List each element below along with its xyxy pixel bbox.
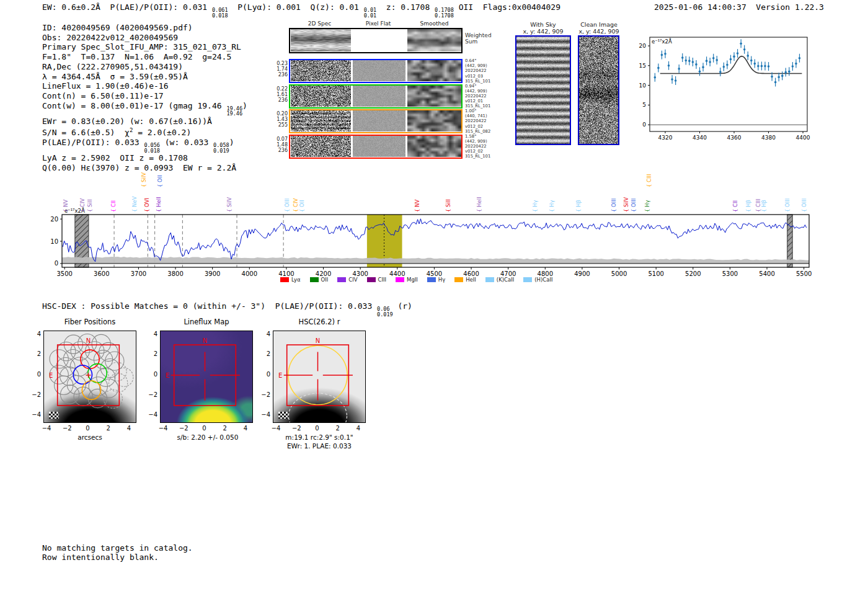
map-x-tick-label: 2: [219, 425, 231, 432]
data-point: [688, 60, 691, 62]
emission-line-label: { SiIV: [623, 197, 629, 212]
emission-line-label: { OIII: [801, 198, 807, 212]
data-point: [712, 57, 715, 60]
stacked-fraction: 0.0580.019: [213, 143, 229, 153]
col-header-smoothed: Smoothed: [407, 20, 462, 27]
cutout-row-right-label: 0.94" (442, 909) 20220422 v012_01 315_RL…: [465, 84, 502, 109]
legend-swatch: [280, 277, 289, 282]
x-tick-label: 4320: [658, 135, 673, 141]
y-tick-label: 10: [639, 82, 647, 89]
text-segment: LineFlux = 1.90(±0.46)e-16: [42, 81, 169, 91]
stacked-fraction: 0.0560.018: [144, 143, 160, 153]
legend-label: OII: [321, 277, 329, 283]
hsc-xlabel-1: m:19.1 rc:2.9" s:0.1": [260, 433, 378, 441]
x-tick-label: 3900: [205, 270, 220, 277]
flat-image: [353, 136, 405, 157]
legend-item: CIV: [337, 277, 357, 283]
emission-line-label: { OVI: [144, 198, 150, 212]
x-tick-label: 5200: [685, 270, 701, 277]
text-segment: ID: 4020049569 (4020049569.pdf): [42, 23, 193, 32]
text-segment: = 2.0(±0.2): [133, 128, 191, 138]
x-tick-label: 3700: [131, 270, 146, 277]
emission-line-label: { SiIV: [141, 172, 147, 187]
map-y-tick-label: 4: [27, 331, 41, 337]
hsc-dex-summary: HSC-DEX : Possible Matches = 0 (within +…: [42, 301, 412, 317]
data-point: [761, 65, 763, 68]
clean-image: [578, 35, 619, 145]
text-segment: F=1.8" T=0.137 N=1.06 A=0.92 g=24.5: [42, 52, 231, 61]
info-line: Obs: 20220422v012_4020049569: [42, 33, 284, 43]
cutout-row-left-label: 0.20 1.43 255: [272, 111, 288, 128]
legend-swatch: [454, 277, 463, 282]
map-y-tick-label: 2: [257, 350, 270, 357]
data-point: [730, 58, 732, 61]
map-x-tick-label: −4: [270, 425, 282, 432]
data-point: [757, 65, 760, 68]
emission-line-label: { HeII: [156, 197, 162, 212]
data-point: [771, 76, 773, 78]
hsc-xlabel-2: EWr: 1. PLAE: 0.033: [260, 442, 378, 450]
info-block: ID: 4020049569 (4020049569.pdf)Obs: 2022…: [42, 23, 284, 173]
x-tick-label: 5400: [759, 270, 774, 277]
data-point: [675, 79, 677, 82]
map-x-tick-label: 4: [352, 425, 365, 432]
text-segment: (r): [393, 301, 412, 311]
sky-image: [516, 37, 570, 144]
map-x-tick-label: −4: [40, 425, 53, 432]
fiber-positions-map: NE: [43, 331, 136, 423]
data-point: [740, 42, 742, 45]
emission-line-label: { HeII: [476, 197, 482, 212]
data-point: [795, 63, 797, 65]
emission-line-label: { CIII: [646, 174, 652, 187]
report-page: EW: 0.6±0.2Å P(LAE)/P(OII): 0.031 0.0610…: [0, 0, 868, 591]
col-header-pixelflat: Pixel Flat: [351, 20, 405, 27]
info-line: λ = 4364.45Å σ = 3.59(±0.95)Å: [42, 72, 284, 82]
cutout-row-left-label: 0.22 1.61 236: [272, 86, 288, 103]
legend-label: CIV: [348, 277, 357, 283]
fit-ylabel: e⁻¹⁷x2Å: [652, 38, 672, 45]
data-point: [750, 60, 753, 62]
fiber-circle: [100, 379, 118, 398]
main-spectrum-plot: 0102035003600370038003900400041004200430…: [37, 160, 837, 287]
lineflux-xlabel: s/b: 2.20 +/- 0.050: [149, 433, 267, 441]
data-point: [657, 67, 660, 69]
line-fit-plot: 0510152043204340436043804400e⁻¹⁷x2Å: [632, 25, 825, 146]
with-sky-image: [515, 35, 571, 145]
info-line: Primary Spec_Slot_IFU_AMP: 315_021_073_R…: [42, 42, 284, 52]
data-point: [702, 66, 704, 69]
legend-swatch: [337, 277, 346, 282]
text-segment: EWr = 0.83(±0.20) (w: 0.67(±0.16))Å: [42, 117, 212, 126]
legend-swatch: [310, 277, 319, 282]
legend-item: HeII: [454, 277, 476, 283]
emission-line-label: { Hβ: [761, 200, 767, 212]
x-tick-label: 4340: [693, 135, 707, 141]
text-segment: EW: 0.6±0.2Å P(LAE)/P(OII): 0.031: [42, 2, 212, 12]
data-point: [723, 66, 725, 68]
data-point: [726, 64, 728, 66]
footer-note-1: No matching targets in catalog.: [42, 543, 193, 553]
map-x-tick-label: 0: [198, 425, 211, 432]
text-segment: Obs: 20220422v012_4020049569: [42, 33, 178, 42]
data-point: [681, 56, 684, 59]
data-point: [746, 55, 749, 57]
info-line: EWr = 0.83(±0.20) (w: 0.67(±0.16))Å: [42, 117, 284, 127]
data-point: [654, 76, 657, 79]
map-overlay: NE: [44, 331, 136, 422]
north-label: N: [316, 337, 320, 344]
text-segment: z: 0.1708: [376, 2, 435, 12]
stacked-fraction: 0.17080.1708: [435, 7, 454, 18]
crosshair: [171, 352, 240, 401]
masked-region: [787, 215, 792, 267]
info-line: Cont(w) = 8.00(±0.01)e-17 (gmag 19.46 19…: [42, 101, 284, 117]
cutout-row-right-label: 1.58" (442, 909) 20220422 v012_02 315_RL…: [465, 134, 502, 159]
map-x-tick-label: 4: [123, 425, 135, 432]
data-point: [668, 64, 670, 67]
cutout-row-left-label: 0.23 1.74 236: [272, 61, 288, 78]
data-point: [664, 53, 666, 55]
text-segment: ): [229, 138, 234, 147]
data-point: [671, 78, 673, 81]
map-y-tick-label: 0: [144, 371, 157, 378]
data-point: [661, 54, 663, 56]
x-tick-label: 3500: [56, 270, 72, 277]
emission-line-label: { NeV: [131, 196, 138, 212]
